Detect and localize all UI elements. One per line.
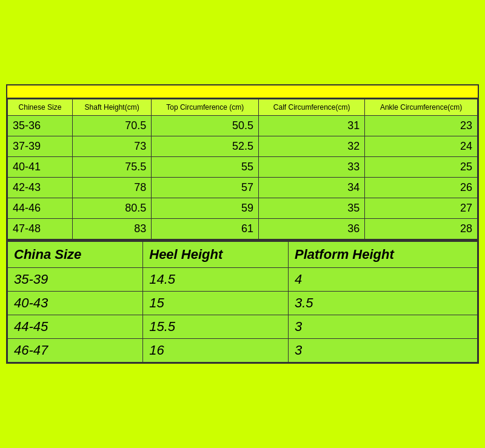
top-cell-2-2: 55 (152, 157, 259, 178)
top-cell-2-3: 33 (259, 157, 365, 178)
bottom-header-0: China Size (8, 242, 143, 268)
bottom-table-body: 35-3914.5440-43153.544-4515.5346-47163 (8, 268, 478, 363)
bottom-cell-1-1: 15 (143, 292, 289, 315)
top-cell-4-4: 27 (365, 198, 478, 219)
top-cell-5-4: 28 (365, 219, 478, 239)
top-header-0: Chinese Size (8, 99, 73, 116)
top-cell-4-2: 59 (152, 198, 259, 219)
bottom-header-1: Heel Height (143, 242, 289, 268)
top-cell-2-4: 25 (365, 157, 478, 178)
top-table-row: 37-397352.53224 (8, 136, 478, 157)
top-table-row: 40-4175.5553325 (8, 157, 478, 178)
bottom-cell-2-2: 3 (289, 315, 478, 339)
top-table: Chinese SizeShaft Height(cm)Top Circumfe… (7, 99, 478, 239)
top-cell-3-3: 34 (259, 178, 365, 198)
top-header-2: Top Circumference (cm) (152, 99, 259, 116)
bottom-section: China SizeHeel HeightPlatform Height 35-… (7, 239, 478, 363)
bottom-cell-3-0: 46-47 (8, 339, 143, 363)
top-cell-2-0: 40-41 (8, 157, 73, 178)
top-cell-0-4: 23 (365, 116, 478, 136)
bottom-cell-2-0: 44-45 (8, 315, 143, 339)
top-table-body: 35-3670.550.5312337-397352.5322440-4175.… (8, 116, 478, 239)
bottom-cell-3-1: 16 (143, 339, 289, 363)
top-header-3: Calf Circumference(cm) (259, 99, 365, 116)
top-cell-0-3: 31 (259, 116, 365, 136)
top-table-row: 44-4680.5593527 (8, 198, 478, 219)
top-cell-3-4: 26 (365, 178, 478, 198)
main-container: Chinese SizeShaft Height(cm)Top Circumfe… (6, 84, 479, 364)
top-table-row: 47-4883613628 (8, 219, 478, 239)
top-cell-1-1: 73 (72, 136, 151, 157)
top-cell-3-2: 57 (152, 178, 259, 198)
top-cell-0-2: 50.5 (152, 116, 259, 136)
top-header-4: Ankle Circumference(cm) (365, 99, 478, 116)
top-header-1: Shaft Height(cm) (72, 99, 151, 116)
top-cell-1-2: 52.5 (152, 136, 259, 157)
top-cell-3-0: 42-43 (8, 178, 73, 198)
top-cell-4-0: 44-46 (8, 198, 73, 219)
top-cell-0-1: 70.5 (72, 116, 151, 136)
top-cell-5-2: 61 (152, 219, 259, 239)
top-table-header-row: Chinese SizeShaft Height(cm)Top Circumfe… (8, 99, 478, 116)
bottom-table-header-row: China SizeHeel HeightPlatform Height (8, 242, 478, 268)
bottom-cell-1-2: 3.5 (289, 292, 478, 315)
top-cell-3-1: 78 (72, 178, 151, 198)
table-title (7, 85, 478, 99)
top-cell-1-4: 24 (365, 136, 478, 157)
bottom-table-row: 44-4515.53 (8, 315, 478, 339)
bottom-cell-0-0: 35-39 (8, 268, 143, 292)
top-cell-5-3: 36 (259, 219, 365, 239)
top-cell-1-3: 32 (259, 136, 365, 157)
bottom-table: China SizeHeel HeightPlatform Height 35-… (7, 241, 478, 363)
top-cell-5-1: 83 (72, 219, 151, 239)
top-cell-1-0: 37-39 (8, 136, 73, 157)
bottom-cell-2-1: 15.5 (143, 315, 289, 339)
bottom-table-row: 35-3914.54 (8, 268, 478, 292)
bottom-cell-3-2: 3 (289, 339, 478, 363)
bottom-cell-0-1: 14.5 (143, 268, 289, 292)
bottom-table-row: 40-43153.5 (8, 292, 478, 315)
bottom-cell-1-0: 40-43 (8, 292, 143, 315)
bottom-header-2: Platform Height (289, 242, 478, 268)
top-table-row: 35-3670.550.53123 (8, 116, 478, 136)
bottom-table-row: 46-47163 (8, 339, 478, 363)
top-cell-0-0: 35-36 (8, 116, 73, 136)
top-cell-5-0: 47-48 (8, 219, 73, 239)
top-cell-4-1: 80.5 (72, 198, 151, 219)
top-table-row: 42-4378573426 (8, 178, 478, 198)
bottom-cell-0-2: 4 (289, 268, 478, 292)
top-cell-2-1: 75.5 (72, 157, 151, 178)
top-cell-4-3: 35 (259, 198, 365, 219)
